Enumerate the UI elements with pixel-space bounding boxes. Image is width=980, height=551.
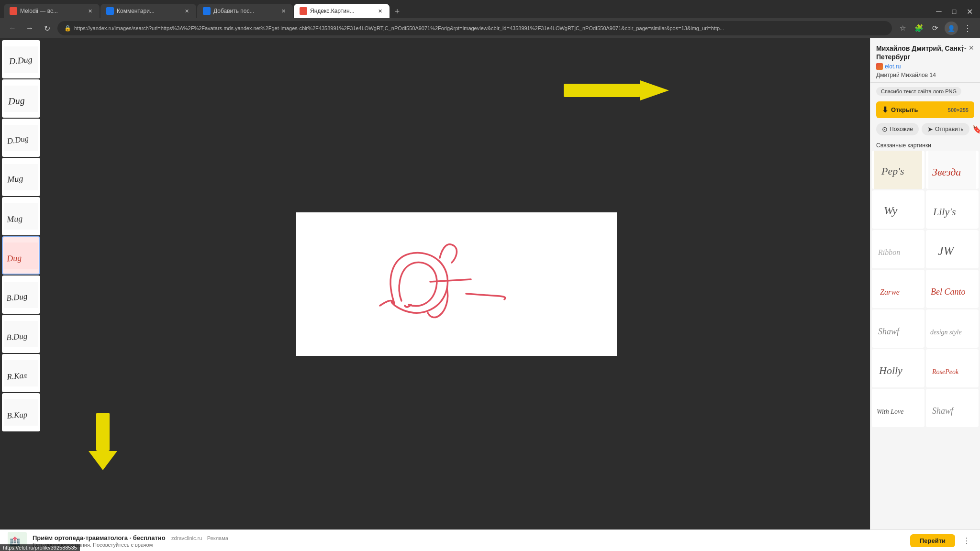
thumbnail-item[interactable]: Mug	[2, 158, 40, 196]
tab-dobavit[interactable]: Добавить пос... ✕	[197, 4, 293, 18]
svg-text:Lily's: Lily's	[933, 206, 956, 218]
minimize-button[interactable]: ─	[932, 5, 946, 18]
svg-text:Mug: Mug	[6, 173, 23, 184]
url-bar[interactable]: 🔒 https://yandex.ru/images/search?url=ht…	[57, 21, 892, 35]
related-item[interactable]: Звезда	[926, 151, 979, 189]
extensions-icon[interactable]: 🧩	[912, 22, 925, 35]
bottom-ad-bar: 🏥 Приём ортопеда-травматолога · бесплатн…	[0, 529, 980, 551]
open-size: 500×255	[948, 107, 969, 113]
panel-close-button[interactable]: ✕	[967, 43, 976, 53]
svg-text:Shawf: Shawf	[932, 406, 955, 416]
related-item[interactable]: RosePeok	[926, 349, 979, 387]
share-button[interactable]: ➤ Отправить	[922, 123, 969, 135]
sync-icon[interactable]: ⟳	[928, 22, 942, 35]
svg-rect-29	[874, 190, 922, 229]
menu-button[interactable]: ⋮	[961, 22, 974, 35]
thumbnail-item-active[interactable]: Dug	[2, 236, 40, 275]
tab-label: Комментари...	[117, 8, 180, 14]
related-item[interactable]: Zarwe	[872, 270, 924, 308]
similar-label: Похожие	[890, 126, 913, 132]
related-item[interactable]: Pep's	[872, 151, 924, 189]
thumbnail-image: B.Dug	[4, 321, 38, 347]
share-label: Отправить	[935, 126, 964, 132]
svg-text:В.Каp: В.Каp	[7, 410, 28, 420]
similar-button[interactable]: ⊙ Похожие	[876, 123, 919, 135]
related-item[interactable]: Holly	[872, 349, 924, 387]
url-text: https://yandex.ru/images/search?url=http…	[74, 25, 885, 31]
thumbnail-item[interactable]: B.Dug	[2, 315, 40, 353]
tab-favicon	[300, 7, 307, 15]
download-icon: ⬇	[882, 105, 888, 114]
profile-button[interactable]: 👤	[945, 22, 958, 35]
thumbnail-image: D.Dug	[4, 46, 38, 73]
open-button[interactable]: ⬇ Открыть 500×255	[876, 101, 974, 118]
bookmark-button[interactable]: 🔖	[972, 125, 980, 134]
svg-text:Dug: Dug	[6, 253, 22, 263]
thumbnail-strip: D.Dug Dug D.Dug Mug	[0, 38, 43, 529]
main-content: D.Dug Dug D.Dug Mug	[0, 38, 980, 529]
related-item[interactable]: With Love	[872, 389, 924, 427]
open-button-label: Открыть	[891, 106, 918, 113]
site-link[interactable]: elot.ru	[885, 63, 901, 70]
svg-marker-24	[89, 451, 117, 470]
toolbar-icons: ☆ 🧩 ⟳ 👤 ⋮	[896, 22, 974, 35]
svg-text:Holly: Holly	[879, 364, 902, 376]
tab-yandex-kartinki[interactable]: Яндекс.Картин... ✕	[294, 4, 390, 18]
svg-rect-23	[96, 413, 110, 451]
tab-close-btn[interactable]: ✕	[279, 7, 287, 15]
action-row: ⊙ Похожие ➤ Отправить 🔖	[870, 120, 980, 138]
thumbnail-item[interactable]: R.Кал	[2, 354, 40, 392]
thumbnail-item[interactable]: D.Dug	[2, 40, 40, 78]
ad-go-button[interactable]: Перейти	[910, 534, 955, 547]
thumbnail-item[interactable]: В.Каp	[2, 393, 40, 431]
new-tab-button[interactable]: +	[390, 5, 404, 18]
ad-label: Реклама	[207, 535, 228, 541]
close-window-button[interactable]: ✕	[963, 5, 976, 18]
panel-more-button[interactable]: ⋮	[958, 43, 967, 54]
tab-close-btn[interactable]: ✕	[376, 7, 384, 15]
svg-text:R.Кал: R.Кал	[6, 370, 27, 381]
share-icon: ➤	[927, 125, 933, 133]
tab-kommentarii[interactable]: Комментари... ✕	[100, 4, 196, 18]
browser-chrome: Melodii — вс... ✕ Комментари... ✕ Добави…	[0, 0, 980, 38]
tab-melodii[interactable]: Melodii — вс... ✕	[4, 4, 100, 18]
related-item[interactable]: Lily's	[926, 190, 979, 229]
thumbnail-item[interactable]: Mug	[2, 197, 40, 235]
related-item[interactable]: Ribbon	[872, 230, 924, 268]
panel-tag[interactable]: Спасибо текст сайта лого PNG	[876, 87, 961, 96]
ad-title: Приём ортопеда-травматолога · бесплатно …	[33, 533, 904, 542]
tab-close-btn[interactable]: ✕	[86, 7, 94, 15]
forward-button[interactable]: →	[23, 22, 36, 35]
bookmark-star-icon[interactable]: ☆	[896, 22, 909, 35]
svg-text:Dug: Dug	[8, 95, 25, 107]
status-bar: https://elot.ru/profile/392588535	[0, 544, 80, 551]
svg-text:RosePeok: RosePeok	[932, 368, 959, 375]
main-image-frame	[296, 212, 617, 356]
tab-bar: Melodii — вс... ✕ Комментари... ✕ Добави…	[0, 0, 980, 18]
related-item[interactable]: design style	[926, 309, 979, 348]
similar-icon: ⊙	[882, 125, 888, 133]
related-item[interactable]: Wy	[872, 190, 924, 229]
ad-more-button[interactable]: ⋮	[961, 535, 972, 546]
related-item[interactable]: Bel Canto	[926, 270, 979, 308]
yellow-down-arrow-annotation	[89, 413, 117, 472]
reload-button[interactable]: ↻	[40, 22, 54, 35]
maximize-button[interactable]: □	[947, 5, 961, 18]
thumbnail-image: R.Кал	[4, 360, 38, 386]
svg-text:Zarwe: Zarwe	[880, 288, 900, 296]
back-button[interactable]: ←	[6, 22, 19, 35]
related-item[interactable]: Shawf	[926, 389, 979, 427]
thumbnail-item[interactable]: D.Dug	[2, 119, 40, 157]
related-item[interactable]: Shawf	[872, 309, 924, 348]
svg-text:design style: design style	[930, 329, 962, 336]
panel-tag-row: Спасибо текст сайта лого PNG	[870, 83, 980, 99]
thumbnail-item[interactable]: B.Dug	[2, 276, 40, 314]
address-bar: ← → ↻ 🔒 https://yandex.ru/images/search?…	[0, 18, 980, 38]
ad-subtitle: Есть противопоказания. Посоветуйтесь с в…	[33, 542, 904, 548]
thumbnail-image-active: Dug	[4, 242, 38, 269]
tab-close-btn[interactable]: ✕	[183, 7, 190, 15]
svg-text:Wy: Wy	[884, 204, 898, 217]
thumbnail-item[interactable]: Dug	[2, 79, 40, 118]
related-item[interactable]: JW	[926, 230, 979, 268]
ad-title-text: Приём ортопеда-травматолога · бесплатно	[33, 534, 166, 541]
